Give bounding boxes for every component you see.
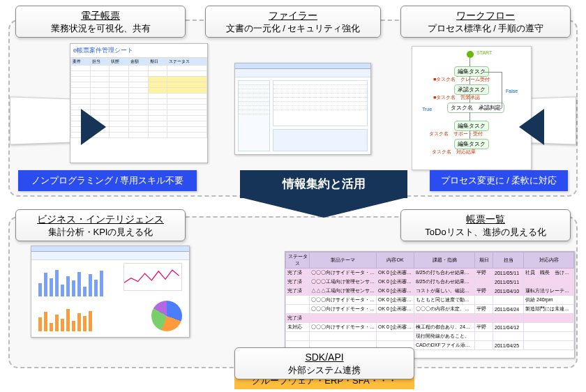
card-sdk-sub: 外部システム連携 [245,364,404,377]
list-col-header: 課題・指摘 [414,252,475,269]
card-eform: 電子帳票 業務状況を可視化、共有 [15,6,186,38]
arrow-right-icon [81,109,106,145]
card-eform-sub: 業務状況を可視化、共有 [26,22,175,35]
wf-node-2: 承認タスク [454,84,489,95]
list-col-header: ステータス [286,252,310,269]
card-list-sub: ToDoリスト、進捗の見える化 [411,226,560,239]
list-col-header: 担当 [493,252,524,269]
wf-label-2: ■タスク名 営業承認 [433,94,480,101]
bar-chart-2-icon [38,303,105,331]
list-col-header: 期日 [475,252,493,269]
eform-sheet-title: e帳票案件管理シート [70,44,207,58]
card-list: 帳票一覧 ToDoリスト、進捗の見える化 [400,209,571,241]
eform-thumbnail: e帳票案件管理シート 案件担当状態 金額期日ステータス [70,43,208,163]
wf-label-4: タスク名 サポート受付 [429,130,483,137]
start-label: START [476,50,492,55]
list-grid: ステータス製品テーマ内容OK課題・指摘期日担当対応内容 完了済〇〇〇向けサイドモ… [285,252,574,350]
table-row: 完了済△△△工場向け管理センサー制御OK 0 [企画審議]コストが厳しい。確認す… [286,287,574,296]
table-row: 未対応〇〇〇向けサイドモータ・制御OK 0 [企画審議]検工程の都合あり。24日… [286,323,574,332]
card-filer-sub: 文書の一元化 / セキュリティ強化 [216,22,370,35]
card-workflow-sub: プロセス標準化 / 手順の遵守 [411,22,560,35]
list-col-header: 内容OK [377,252,414,269]
pie-chart-icon [151,301,182,331]
list-thumbnail: ステータス製品テーマ内容OK課題・指摘期日担当対応内容 完了済〇〇〇向けサイドモ… [285,251,575,359]
table-row: 〇〇〇向けサイドモータ・制御OK 0 [企画審議]〇〇〇の内容が未定。主要なサイ… [286,305,574,314]
center-heading: 情報集約と活用 [240,170,407,198]
wf-true: True [422,107,432,112]
table-row: 完了済〇〇〇向けサイドモータ・制御OK 0 [企画審議]8/25の打ち合わせ結果… [286,269,574,278]
strap-left: ノンプログラミング / 専用スキル不要 [18,170,197,191]
bi-thumbnail [31,246,190,338]
strap-right: プロセス変更に / 柔軟に対応 [430,170,568,191]
card-bi: ビジネス・インテリジェンス 集計分析・KPIの見える化 [15,209,186,241]
funnel-arrow-icon [243,198,404,218]
wf-label-1: ■タスク名 クレーム受付 [433,76,490,83]
card-workflow-title: ワークフロー [411,9,560,22]
table-row: 〇〇〇向けサイドモータ・制御OK 0 [企画審議]もともと同じ速度で動くので供給… [286,296,574,305]
card-filer-title: ファイラー [216,9,370,22]
bar-chart-icon [38,263,105,296]
wf-node-5: 編集タスク [454,139,489,149]
card-list-title: 帳票一覧 [411,213,560,226]
line-chart-icon [123,263,182,291]
card-bi-sub: 集計分析・KPIの見える化 [26,226,175,239]
card-sdk-title: SDK/API [245,351,404,364]
filer-thumbnail [234,63,371,155]
start-dot-icon [467,51,474,58]
arrow-left-icon [519,109,544,145]
card-workflow: ワークフロー プロセス標準化 / 手順の遵守 [400,6,571,38]
wf-false: False [506,89,518,93]
eform-side-thumb [10,96,71,144]
card-bi-title: ビジネス・インテリジェンス [26,213,175,226]
workflow-thumbnail: START 編集タスク ■タスク名 クレーム受付 承認タスク ■タスク名 営業承… [412,46,532,170]
wf-label-5: タスク名 対応結果 [432,149,476,156]
table-row: 完了済 [286,314,574,323]
wf-node-4: 編集タスク [454,121,489,131]
table-row: 現行開発線があること。 [286,332,574,341]
table-row: 完了済〇〇〇工場向け管理センサー制御OK 0 [企画審議]8/25の打ち合わせ結… [286,278,574,287]
card-eform-title: 電子帳票 [26,9,175,22]
list-col-header: 対応内容 [524,252,574,269]
list-col-header: 製品テーマ [310,252,377,269]
card-sdk: SDK/API 外部システム連携 [234,347,414,379]
card-filer: ファイラー 文書の一元化 / セキュリティ強化 [205,6,381,38]
